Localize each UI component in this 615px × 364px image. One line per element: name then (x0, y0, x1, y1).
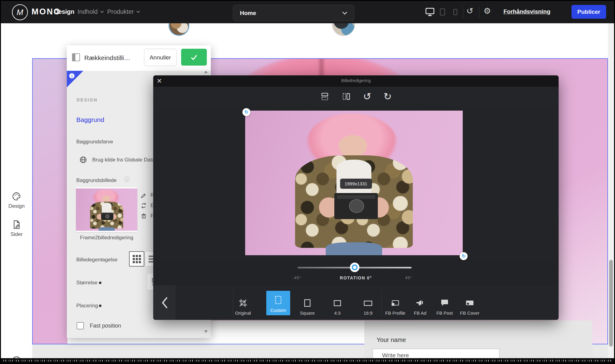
image-repeat-label: Billedegentagelse (76, 257, 117, 263)
panel-header: Rækkeindstilli… Annuller (67, 45, 211, 71)
gear-icon[interactable]: ⚙ (484, 7, 491, 15)
preview-link[interactable]: Forhåndsvisning (503, 8, 550, 15)
app-screen: Your name M MONO Design Indhold Produkte… (0, 0, 615, 364)
cancel-button[interactable]: Annuller (144, 49, 177, 66)
aspect-option-fb-profile[interactable]: FB Profile (382, 290, 409, 316)
remove-image-icon[interactable] (140, 213, 147, 219)
crop-16-9-icon (363, 298, 373, 308)
global-data-source-label: Brug kilde fra Globale Data (92, 157, 155, 163)
page-scrollbar-track[interactable] (608, 23, 614, 359)
design-section-heading: DESIGN (77, 97, 98, 102)
panel-title: Rækkeindstilli… (84, 54, 131, 62)
palette-icon (11, 191, 22, 201)
nav-tab-design[interactable]: Design (54, 8, 74, 15)
confirm-button[interactable] (181, 49, 207, 66)
top-navbar: M MONO Design Indhold Produkter Home (1, 1, 614, 23)
placement-label: Placering (76, 303, 98, 309)
publish-button[interactable]: Publicer (571, 5, 606, 19)
sidebar-design-label: Design (9, 203, 25, 209)
navbar-divider (479, 6, 479, 18)
aspect-option-4-3[interactable]: 4:3 (324, 290, 351, 316)
sidebar-item-design[interactable]: Design (1, 191, 32, 209)
aspect-option-label: FB Profile (385, 310, 405, 316)
panel-scroll-down-arrow[interactable] (204, 330, 208, 333)
info-corner-ribbon[interactable] (67, 71, 83, 87)
tablet-view-icon[interactable] (440, 8, 445, 16)
aspect-option-fb-post[interactable]: FB Post (431, 290, 458, 316)
page-selector-value: Home (240, 10, 256, 17)
rotate-counterclockwise-icon[interactable]: ↺ (363, 92, 371, 101)
clipped-action-label: F (150, 213, 153, 219)
aspect-option-original[interactable]: Original (229, 290, 257, 316)
crop-handle-top-left[interactable]: ↻ (242, 108, 250, 116)
history-icon[interactable]: ↺ (466, 7, 473, 15)
rotate-clockwise-icon[interactable]: ↻ (384, 92, 392, 101)
background-image-thumbnail[interactable] (76, 187, 137, 232)
checkmark-icon (190, 53, 198, 61)
nav-design-label: Design (54, 8, 74, 15)
fixed-position-label: Fast position (90, 323, 121, 329)
sidebar-item-sider[interactable]: Sider (1, 220, 32, 237)
image-filename: Frame2billedredigering (67, 235, 146, 241)
chevron-down-icon (100, 11, 104, 13)
aspect-option-label: Square (300, 310, 315, 316)
crop-stage: ↻ ↻ 1999x1331 (153, 106, 559, 260)
crop-original-icon (238, 298, 248, 308)
panel-scroll-up-arrow[interactable] (204, 70, 208, 73)
flip-vertical-icon[interactable] (320, 92, 329, 101)
crop-4-3-icon (333, 298, 342, 308)
aspect-option-16-9[interactable]: 16:9 (354, 290, 382, 316)
back-button[interactable] (153, 285, 176, 320)
aspect-option-square[interactable]: Square (294, 290, 321, 316)
global-data-source-row[interactable]: Brug kilde fra Globale Data (80, 156, 155, 163)
aspect-option-label: FB Ad (414, 310, 427, 316)
left-sidebar: Design Sider Hjælp (1, 23, 32, 359)
modal-toolbar: ↺ ↻ (153, 87, 559, 106)
rotation-slider-handle[interactable] (350, 263, 359, 272)
aspect-option-custom[interactable]: Custom (266, 291, 290, 315)
page-selector-dropdown[interactable]: Home (233, 5, 354, 21)
nav-tab-indhold[interactable]: Indhold (78, 8, 104, 15)
ticker-microtext (3, 360, 612, 362)
fb-profile-icon (391, 298, 400, 308)
row-layout-icon (72, 53, 80, 61)
desktop-view-icon[interactable] (425, 8, 435, 16)
form-name-label: Your name (377, 336, 406, 343)
rotation-max-label: 45° (405, 275, 412, 280)
background-color-label: Baggrundsfarve (76, 139, 113, 145)
mono-logo-icon[interactable]: M (12, 4, 28, 20)
crop-square-icon (303, 298, 312, 308)
fixed-position-checkbox[interactable] (77, 322, 84, 329)
chevron-down-icon (136, 11, 140, 13)
replace-image-icon[interactable] (140, 202, 147, 209)
chevron-left-icon (161, 297, 168, 309)
aspect-option-label: 16:9 (363, 310, 372, 316)
sidebar-sider-label: Sider (10, 231, 23, 237)
size-indicator-dot (99, 282, 101, 284)
navbar-divider (463, 6, 463, 18)
aspect-option-label: FB Cover (460, 310, 479, 316)
repeat-grid-option[interactable] (129, 251, 144, 267)
mobile-view-icon[interactable] (453, 9, 457, 15)
aspect-option-label: Custom (270, 308, 286, 313)
modal-title: Billedredigering (153, 78, 559, 83)
background-link[interactable]: Baggrund (76, 116, 104, 123)
flip-horizontal-icon[interactable] (342, 92, 351, 101)
aspect-option-fb-cover[interactable]: FB Cover (456, 290, 484, 316)
aspect-option-label: FB Post (436, 310, 453, 316)
image-editor-modal: Billedredigering × ↺ ↻ ↻ ↻ 1999x1331 (153, 75, 559, 320)
grid-icon (133, 255, 141, 263)
size-label: Størrelse (76, 280, 97, 286)
info-icon (124, 176, 130, 182)
image-size-badge: 1999x1331 (340, 179, 372, 189)
nav-tab-produkter[interactable]: Produkter (107, 8, 140, 15)
cancel-button-label: Annuller (150, 54, 171, 61)
edit-image-icon[interactable] (140, 192, 147, 199)
page-scrollbar-thumb[interactable] (609, 260, 613, 347)
clipped-action-label: E (150, 203, 153, 209)
thumbnail-photo (76, 188, 137, 231)
close-icon[interactable]: × (157, 76, 162, 86)
aspect-option-fb-ad[interactable]: FB Ad (406, 290, 434, 316)
placement-indicator-dot (99, 305, 101, 307)
crop-handle-bottom-right[interactable]: ↻ (460, 252, 468, 260)
